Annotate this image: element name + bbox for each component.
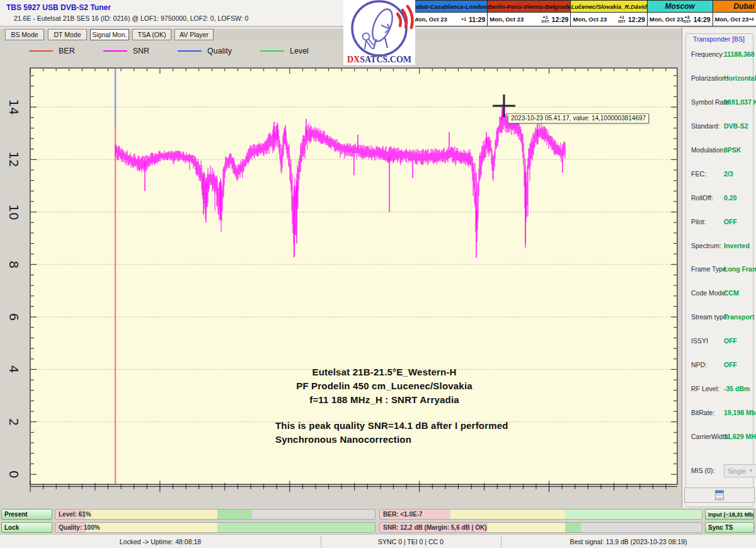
legend-label: BER	[59, 47, 75, 55]
mis-value: Single	[728, 467, 746, 475]
clock-1: Berlin-Paris-Vienna-Belgrade Mon, Oct 23…	[488, 0, 571, 26]
transponder-row-standard-: Standard: DVB-S2	[686, 122, 756, 131]
clock-time: Mon, Oct 23 +1DST 12:29	[571, 13, 646, 26]
transponder-row-modulation-: Modulation: 8PSK	[686, 146, 756, 155]
legend-item-level: Level	[260, 47, 309, 55]
legend-label: Quality	[207, 47, 232, 55]
level-progress-bar: Level: 61%	[55, 509, 375, 520]
tab-tsa-ok-[interactable]: TSA (OK)	[132, 29, 171, 40]
lock-indicator[interactable]: Lock	[1, 522, 52, 533]
legend-line-icon	[178, 50, 202, 52]
row-value: 11188,368 MHz	[724, 50, 756, 58]
row-label: ISSYI	[691, 337, 708, 345]
tab-av-player[interactable]: AV Player	[175, 29, 214, 40]
status-sync-counters: SYNC 0 | TEI 0 | CC 0	[321, 535, 501, 548]
dxsatcs-logo: DXSATCS.COM	[343, 0, 415, 65]
row-value: OFF	[724, 337, 737, 345]
row-value: -35 dBm	[724, 385, 750, 392]
row-label: Code Mode:	[691, 289, 727, 297]
sync-ts-indicator[interactable]: Sync TS	[705, 522, 754, 533]
transponder-row-frequency-: Frequency: 11188,368 MHz	[686, 50, 756, 59]
bar-label: SNR: 12,2 dB (Margin: 5,6 dB | OK)	[383, 524, 486, 531]
clock-label: Rabat-Casablanca-London	[411, 1, 487, 13]
row-label: Stream type:	[691, 313, 729, 321]
clock-time: Mon, Oct 23 +1DST 12:29	[488, 13, 570, 26]
mis-dropdown[interactable]: Single ▼	[724, 464, 756, 477]
clock-0: Rabat-Casablanca-London Mon, Oct 23 +1 1…	[411, 0, 488, 26]
transponder-row-issyi: ISSYI OFF	[686, 337, 756, 346]
row-label: RollOff:	[691, 194, 713, 202]
y-axis-label-2: 2	[6, 418, 21, 426]
row-label: Modulation:	[691, 146, 725, 154]
transponder-row-code-mode-: Code Mode: CCM	[686, 289, 756, 298]
transponder-row-carrierwidth-: CarrierWidth: 11,629 MHz	[686, 433, 756, 442]
status-best-signal: Best signal: 13,9 dB (2023-10-23 08:19)	[501, 535, 756, 548]
list-icon	[715, 490, 724, 500]
y-axis-label-10: 10	[6, 204, 21, 220]
y-axis-label-0: 0	[6, 471, 21, 479]
row-label: Standard:	[691, 122, 720, 130]
present-indicator[interactable]: Present	[1, 509, 52, 520]
tab-bs-mode[interactable]: BS Mode	[5, 29, 44, 40]
status-lock-uptime: Locked -> Uptime: 48:08:18	[0, 535, 321, 548]
status-divider	[501, 536, 501, 547]
transponder-row-spectrum-: Spectrum: Inverted	[686, 242, 756, 251]
row-value: Transport	[724, 313, 754, 321]
clock-3: Moscow Mon, Oct 23 +3DST 14:29	[648, 0, 713, 26]
legend-label: Level	[290, 47, 309, 55]
bar-label: BER: <1.0E-7	[383, 511, 423, 518]
clock-4: Dubai Mon, Oct 23 +4 14:29	[713, 0, 756, 26]
row-value: Horizontal	[724, 74, 756, 82]
row-value: 9691,037 KS/s	[724, 98, 756, 106]
mode-tabstrip: BS ModeDT ModeSignal Mon.TSA (OK)AV Play…	[0, 28, 682, 40]
clock-label: Moscow	[648, 1, 713, 13]
tab-dt-mode[interactable]: DT Mode	[48, 29, 87, 40]
row-value: 19,198 Mbit/s	[724, 409, 756, 416]
clock-label: Berlin-Paris-Vienna-Belgrade	[488, 1, 570, 13]
transponder-row-pilot-: Pilot: OFF	[686, 218, 756, 227]
legend-item-ber: BER	[29, 47, 75, 55]
row-value: Inverted	[724, 242, 750, 249]
signal-monitor-panel: BER SNR Quality Level 02468101214 Eutels…	[0, 40, 682, 508]
chart-annotation-bottom: This is peak quality SNR=14.1 dB after I…	[275, 419, 540, 447]
row-label: RF Level:	[691, 385, 719, 392]
row-label: Frame Type:	[691, 265, 728, 273]
row-label: Frequency:	[691, 50, 724, 58]
clock-label: Lučenec/Slovakia_R.Dávid	[571, 1, 646, 13]
legend-line-icon	[103, 50, 127, 52]
annotation-line-3: f=11 188 MHz_H : SNRT Arryadia	[257, 393, 512, 407]
legend-item-quality: Quality	[178, 47, 232, 55]
annotation-line-1: Eutelsat 21B-21.5°E_Western-H	[257, 365, 512, 379]
transponder-row-rolloff-: RollOff: 0.20	[686, 194, 756, 203]
row-value: CCM	[724, 289, 739, 297]
row-label: NPD:	[691, 361, 707, 368]
transponder-row-stream-type-: Stream type: Transport	[686, 313, 756, 322]
world-clocks: Rabat-Casablanca-London Mon, Oct 23 +1 1…	[411, 0, 756, 26]
logo-rest: SATCS.COM	[360, 55, 411, 64]
input-indicator[interactable]: Input (~18,31 Mbps)	[705, 509, 754, 520]
bar-label: Quality: 100%	[59, 524, 100, 531]
snr-progress-bar: SNR: 12,2 dB (Margin: 5,6 dB | OK)	[379, 522, 702, 533]
row-value: OFF	[724, 218, 737, 225]
chart-legend: BER SNR Quality Level	[29, 47, 337, 55]
stream-list-button[interactable]	[684, 488, 755, 503]
transponder-row-fec-: FEC: 2/3	[686, 170, 756, 179]
logo-dx: DX	[347, 55, 360, 64]
bar-label: Level: 61%	[59, 511, 91, 518]
status-bar: Locked -> Uptime: 48:08:18 SYNC 0 | TEI …	[0, 534, 756, 548]
clock-2: Lučenec/Slovakia_R.Dávid Mon, Oct 23 +1D…	[571, 0, 647, 26]
legend-label: SNR	[133, 47, 149, 55]
y-axis-label-12: 12	[6, 152, 21, 168]
legend-line-icon	[260, 50, 284, 52]
annotation-line-4: This is peak quality SNR=14.1 dB after I…	[275, 419, 540, 433]
mis-row: MIS (0): Single ▼	[686, 467, 756, 476]
ber-progress-bar: BER: <1.0E-7	[379, 509, 702, 520]
tab-signal-mon-[interactable]: Signal Mon.	[90, 29, 129, 40]
chart-annotation-top: Eutelsat 21B-21.5°E_Western-H PF Prodeli…	[257, 365, 512, 407]
clock-time: Mon, Oct 23 +3DST 14:29	[648, 13, 713, 26]
y-axis-label-14: 14	[6, 99, 21, 115]
status-divider	[321, 536, 321, 547]
transponder-row-frame-type-: Frame Type: Long Frame	[686, 265, 756, 274]
y-axis-label-8: 8	[6, 260, 21, 268]
transponder-row-bitrate-: BitRate: 19,198 Mbit/s	[686, 409, 756, 418]
